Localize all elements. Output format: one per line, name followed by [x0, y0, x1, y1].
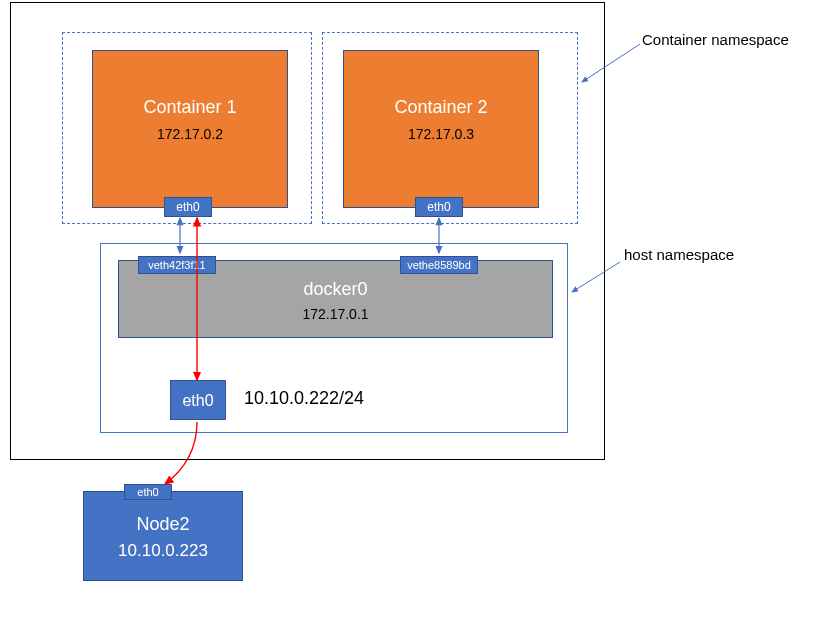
node2-ip: 10.10.0.223: [84, 541, 242, 561]
container-2-ip: 172.17.0.3: [344, 126, 538, 142]
container-2-eth0: eth0: [415, 197, 463, 217]
label-container-namespace: Container namespace: [642, 31, 789, 48]
docker0-ip: 172.17.0.1: [119, 306, 552, 322]
host-eth0: eth0: [170, 380, 226, 420]
container-1: Container 1 172.17.0.2: [92, 50, 288, 208]
node2-title: Node2: [84, 514, 242, 535]
container-1-ip: 172.17.0.2: [93, 126, 287, 142]
label-host-namespace: host namespace: [624, 246, 734, 263]
container-1-eth0: eth0: [164, 197, 212, 217]
host-ip: 10.10.0.222/24: [244, 388, 364, 409]
veth-2: vethe8589bd: [400, 256, 478, 274]
docker0-title: docker0: [119, 279, 552, 300]
container-1-title: Container 1: [93, 97, 287, 118]
node2-eth0: eth0: [124, 484, 172, 500]
container-2-title: Container 2: [344, 97, 538, 118]
veth-1: veth42f3f11: [138, 256, 216, 274]
node2: Node2 10.10.0.223: [83, 491, 243, 581]
container-2: Container 2 172.17.0.3: [343, 50, 539, 208]
